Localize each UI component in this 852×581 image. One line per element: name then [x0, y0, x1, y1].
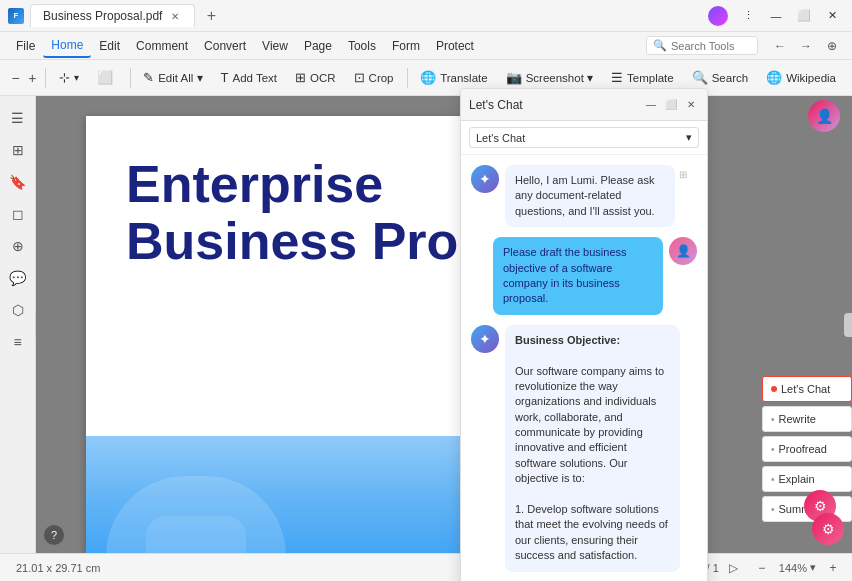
- menu-page[interactable]: Page: [296, 35, 340, 57]
- sidebar-icon-page[interactable]: ☰: [4, 104, 32, 132]
- ocr-label: OCR: [310, 72, 336, 84]
- proofread-label: Proofread: [779, 443, 827, 455]
- chat-maximize-button[interactable]: ⬜: [663, 97, 679, 113]
- wikipedia-button[interactable]: 🌐 Wikipedia: [758, 66, 844, 89]
- bot-icon: ✦: [479, 171, 491, 187]
- menu-home[interactable]: Home: [43, 34, 91, 58]
- lets-chat-panel-button[interactable]: Let's Chat: [762, 376, 852, 402]
- chat-bubble-row-1: Hello, I am Lumi. Please ask any documen…: [505, 165, 687, 227]
- search-button[interactable]: 🔍 Search: [684, 66, 756, 89]
- chat-titlebar: Let's Chat — ⬜ ✕: [461, 89, 707, 121]
- chat-minimize-button[interactable]: —: [643, 97, 659, 113]
- sidebar-icon-comment[interactable]: 💬: [4, 264, 32, 292]
- zoom-out-status-btn[interactable]: −: [751, 557, 773, 579]
- menu-protect[interactable]: Protect: [428, 35, 482, 57]
- close-window-button[interactable]: ✕: [820, 4, 844, 28]
- user-profile-avatar[interactable]: 👤: [808, 100, 840, 132]
- user-message-1: Please draft the business objective of a…: [493, 237, 663, 315]
- translate-icon: 🌐: [420, 70, 436, 85]
- sidebar-icon-stamp[interactable]: ⬡: [4, 296, 32, 324]
- ai-icon: ⚙: [814, 498, 827, 514]
- toolbar-divider-3: [407, 68, 408, 88]
- chat-dropdown-container: Let's Chat ▾: [461, 121, 707, 155]
- toolbar-divider-1: [45, 68, 46, 88]
- proofread-panel-button[interactable]: • Proofread: [762, 436, 852, 462]
- search-label: Search: [712, 72, 748, 84]
- sidebar-icon-more[interactable]: ≡: [4, 328, 32, 356]
- nav-back-button[interactable]: ←: [768, 34, 792, 58]
- menu-convert[interactable]: Convert: [196, 35, 254, 57]
- toolbar-divider-2: [130, 68, 131, 88]
- chat-message-bot-1: ✦ Hello, I am Lumi. Please ask any docum…: [471, 165, 697, 227]
- ocr-icon: ⊞: [295, 70, 306, 85]
- new-tab-button[interactable]: +: [199, 4, 223, 28]
- nav-forward-button[interactable]: →: [794, 34, 818, 58]
- rectangle-tool-button[interactable]: ⬜: [89, 66, 125, 89]
- add-text-button[interactable]: T Add Text: [213, 66, 286, 89]
- main-content: Enterprise Business Pro: [36, 96, 852, 553]
- copy-icon-1[interactable]: ⊞: [679, 169, 687, 180]
- wikipedia-label: Wikipedia: [786, 72, 836, 84]
- toolbar: − + ⊹ ▾ ⬜ ✎ Edit All ▾ T Add Text ⊞ OCR …: [0, 60, 852, 96]
- pdf-bottom-image: [86, 436, 506, 553]
- zoom-in-button[interactable]: +: [25, 66, 40, 90]
- edit-all-button[interactable]: ✎ Edit All ▾: [135, 66, 210, 89]
- crop-button[interactable]: ⊡ Crop: [346, 66, 402, 89]
- nav-more-button[interactable]: ⊕: [820, 34, 844, 58]
- explain-panel-button[interactable]: • Explain: [762, 466, 852, 492]
- template-label: Template: [627, 72, 674, 84]
- select-tool-button[interactable]: ⊹ ▾: [51, 66, 87, 89]
- menu-edit[interactable]: Edit: [91, 35, 128, 57]
- chat-dropdown-select[interactable]: Let's Chat ▾: [469, 127, 699, 148]
- chat-messages-container[interactable]: ✦ Hello, I am Lumi. Please ask any docum…: [461, 155, 707, 581]
- search-toolbar-icon: 🔍: [692, 70, 708, 85]
- more-options-button[interactable]: ⋮: [736, 4, 760, 28]
- active-dot: [771, 386, 777, 392]
- template-button[interactable]: ☰ Template: [603, 66, 682, 89]
- screenshot-label: Screenshot ▾: [526, 71, 593, 85]
- close-tab-button[interactable]: ✕: [168, 9, 182, 23]
- sidebar-icon-thumbnail[interactable]: ⊞: [4, 136, 32, 164]
- rewrite-panel-button[interactable]: • Rewrite: [762, 406, 852, 432]
- minimize-button[interactable]: —: [764, 4, 788, 28]
- select-tool-label: ▾: [74, 72, 79, 83]
- chat-dialog: Let's Chat — ⬜ ✕ Let's Chat ▾ ✦ Hello, I…: [460, 88, 708, 581]
- bot-avatar-1: ✦: [471, 165, 499, 193]
- screenshot-icon: 📷: [506, 70, 522, 85]
- active-tab[interactable]: Business Proposal.pdf ✕: [30, 4, 195, 27]
- help-button[interactable]: ?: [44, 525, 64, 545]
- sidebar-icon-attachment[interactable]: ⊕: [4, 232, 32, 260]
- bot-message-1: Hello, I am Lumi. Please ask any documen…: [505, 165, 675, 227]
- menu-file[interactable]: File: [8, 35, 43, 57]
- ai-fab-button[interactable]: ⚙: [812, 513, 844, 545]
- add-text-icon: T: [221, 70, 229, 85]
- maximize-button[interactable]: ⬜: [792, 4, 816, 28]
- translate-button[interactable]: 🌐 Translate: [412, 66, 496, 89]
- lets-chat-label: Let's Chat: [781, 383, 830, 395]
- crop-label: Crop: [369, 72, 394, 84]
- rewrite-label: Rewrite: [779, 413, 816, 425]
- menu-tools[interactable]: Tools: [340, 35, 384, 57]
- menu-comment[interactable]: Comment: [128, 35, 196, 57]
- zoom-value: 144%: [779, 562, 807, 574]
- titlebar: F Business Proposal.pdf ✕ + ⋮ — ⬜ ✕: [0, 0, 852, 32]
- summarize-bullet: •: [771, 504, 775, 515]
- sidebar-icon-bookmark[interactable]: 🔖: [4, 168, 32, 196]
- user-chat-avatar: 👤: [669, 237, 697, 265]
- bot-message-2: Business Objective: Our software company…: [505, 325, 680, 572]
- next-page-button[interactable]: ▷: [723, 557, 745, 579]
- chat-close-button[interactable]: ✕: [683, 97, 699, 113]
- sidebar-icon-layer[interactable]: ◻: [4, 200, 32, 228]
- edit-icon: ✎: [143, 70, 154, 85]
- search-tools-input[interactable]: [671, 40, 751, 52]
- zoom-in-status-btn[interactable]: +: [822, 557, 844, 579]
- ocr-button[interactable]: ⊞ OCR: [287, 66, 344, 89]
- chat-message-bot-2: ✦ Business Objective: Our software compa…: [471, 325, 697, 572]
- menu-view[interactable]: View: [254, 35, 296, 57]
- pdf-title-line2: Business Pro: [126, 213, 466, 270]
- menu-form[interactable]: Form: [384, 35, 428, 57]
- screenshot-button[interactable]: 📷 Screenshot ▾: [498, 66, 601, 89]
- zoom-out-button[interactable]: −: [8, 66, 23, 90]
- explain-label: Explain: [779, 473, 815, 485]
- search-icon: 🔍: [653, 39, 667, 52]
